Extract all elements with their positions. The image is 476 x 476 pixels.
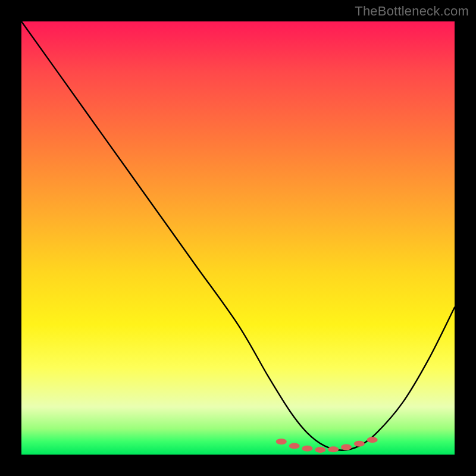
highlight-dot [354,441,365,447]
bottleneck-curve [21,21,455,450]
highlight-dot [367,437,378,443]
highlight-dot [315,447,325,453]
highlight-dot [341,444,352,450]
chart-stage: TheBottleneck.com [0,0,476,476]
highlight-dot [276,439,287,444]
attribution-watermark: TheBottleneck.com [355,4,469,19]
curve-svg [21,21,455,455]
highlight-dot [328,446,339,452]
highlight-dot [302,446,312,452]
highlight-dots [276,437,378,453]
plot-area [21,21,455,455]
highlight-dot [289,443,300,449]
